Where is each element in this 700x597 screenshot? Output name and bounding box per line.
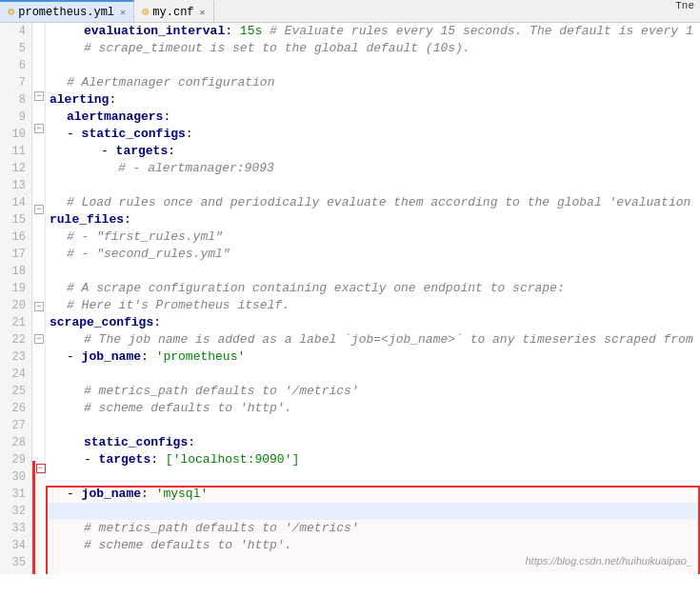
code-line-34: # scheme defaults to 'http'. (46, 537, 700, 554)
code-line-25: # metrics_path defaults to '/metrics' (46, 383, 700, 400)
tab-label-prometheus: prometheus.yml (18, 6, 114, 19)
code-line-36: static_configs: (46, 571, 700, 574)
code-line-16: # - "first_rules.yml" (46, 229, 700, 246)
code-line-5: # scrape_timeout is set to the global de… (46, 40, 700, 57)
tab-mycnf[interactable]: ⚙ my.cnf ✕ (134, 0, 213, 22)
code-line-19: # A scrape configuration containing exac… (46, 280, 700, 297)
code-line-33: # metrics_path defaults to '/metrics' (46, 520, 700, 537)
tab-bar: ⚙ prometheus.yml ✕ ⚙ my.cnf ✕ Tne (0, 0, 700, 23)
code-line-4: evaluation_interval: 15s # Evaluate rule… (46, 23, 700, 40)
code-line-8: alerting: (46, 91, 700, 109)
code-line-28: static_configs: (46, 434, 700, 451)
code-line-9: alertmanagers: (46, 109, 700, 126)
code-line-12: # - alertmanager:9093 (46, 160, 700, 177)
code-line-21: scrape_configs: (46, 314, 700, 331)
code-line-22: # The job name is added as a label `job=… (46, 331, 700, 348)
code-line-14: # Load rules once and periodically evalu… (46, 194, 700, 211)
code-line-7: # Alertmanager configuration (46, 74, 700, 91)
editor-container: ⚙ prometheus.yml ✕ ⚙ my.cnf ✕ Tne 4 5 6 … (0, 0, 700, 574)
code-line-24 (46, 366, 700, 383)
fold-job-mysql[interactable]: − (36, 464, 46, 473)
tab-close-mycnf[interactable]: ✕ (200, 7, 206, 18)
tab-icon-mycnf: ⚙ (142, 5, 149, 19)
code-line-18 (46, 263, 700, 280)
fold-scrape-configs[interactable]: − (34, 302, 44, 311)
code-line-29: - targets: ['localhost:9090'] (46, 451, 700, 468)
code-line-27 (46, 417, 700, 434)
code-line-11: - targets: (46, 143, 700, 160)
code-line-30 (46, 468, 700, 486)
tab-close-prometheus[interactable]: ✕ (120, 7, 126, 18)
tab-icon-prometheus: ⚙ (8, 5, 14, 19)
code-line-13 (46, 177, 700, 194)
code-line-6 (46, 57, 700, 74)
code-line-10: - static_configs: (46, 126, 700, 143)
code-line-23: - job_name: 'prometheus' (46, 348, 700, 366)
code-line-20: # Here it's Prometheus itself. (46, 297, 700, 314)
fold-rule-files[interactable]: − (34, 205, 44, 214)
watermark: https://blog.csdn.net/huihuikuaipao_ (525, 555, 692, 567)
code-area: 4 5 6 7 8 9 10 11 12 13 14 15 16 17 18 1… (0, 23, 700, 574)
tab-prometheus[interactable]: ⚙ prometheus.yml ✕ (0, 0, 134, 22)
code-content: evaluation_interval: 15s # Evaluate rule… (46, 23, 700, 574)
code-line-17: # - "second_rules.yml" (46, 246, 700, 263)
fold-static-configs[interactable]: − (34, 124, 44, 133)
code-line-31: - job_name: 'mysql' (46, 486, 700, 503)
code-line-32 (46, 503, 700, 520)
fold-job-prometheus[interactable]: − (34, 334, 44, 344)
code-line-26: # scheme defaults to 'http'. (46, 400, 700, 417)
tab-label-mycnf: my.cnf (152, 6, 193, 19)
line-numbers: 4 5 6 7 8 9 10 11 12 13 14 15 16 17 18 1… (0, 23, 32, 574)
tne-button[interactable]: Tne (670, 0, 700, 22)
fold-alerting[interactable]: − (34, 91, 44, 101)
fold-column: − − − − − − (32, 23, 46, 574)
code-line-15: rule_files: (46, 211, 700, 229)
